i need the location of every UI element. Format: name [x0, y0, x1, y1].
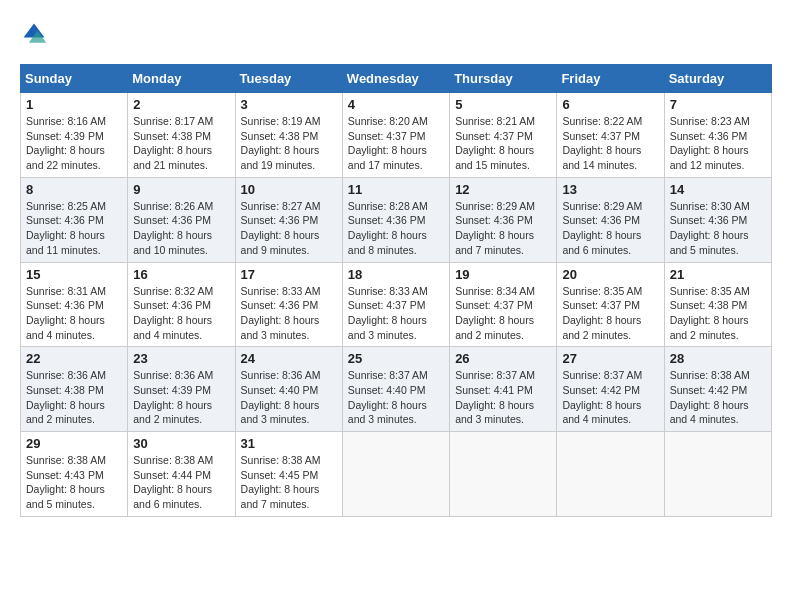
- logo: [20, 20, 52, 48]
- day-number: 31: [241, 436, 337, 451]
- day-detail: Sunrise: 8:37 AMSunset: 4:42 PMDaylight:…: [562, 369, 642, 425]
- day-detail: Sunrise: 8:33 AMSunset: 4:36 PMDaylight:…: [241, 285, 321, 341]
- day-number: 12: [455, 182, 551, 197]
- table-row: 27 Sunrise: 8:37 AMSunset: 4:42 PMDaylig…: [557, 347, 664, 432]
- calendar-week-row: 15 Sunrise: 8:31 AMSunset: 4:36 PMDaylig…: [21, 262, 772, 347]
- col-saturday: Saturday: [664, 65, 771, 93]
- day-detail: Sunrise: 8:16 AMSunset: 4:39 PMDaylight:…: [26, 115, 106, 171]
- table-row: 12 Sunrise: 8:29 AMSunset: 4:36 PMDaylig…: [450, 177, 557, 262]
- day-number: 28: [670, 351, 766, 366]
- table-row: 15 Sunrise: 8:31 AMSunset: 4:36 PMDaylig…: [21, 262, 128, 347]
- table-row: 19 Sunrise: 8:34 AMSunset: 4:37 PMDaylig…: [450, 262, 557, 347]
- day-number: 16: [133, 267, 229, 282]
- table-row: 18 Sunrise: 8:33 AMSunset: 4:37 PMDaylig…: [342, 262, 449, 347]
- table-row: [450, 432, 557, 517]
- day-number: 18: [348, 267, 444, 282]
- day-number: 24: [241, 351, 337, 366]
- table-row: 22 Sunrise: 8:36 AMSunset: 4:38 PMDaylig…: [21, 347, 128, 432]
- day-number: 22: [26, 351, 122, 366]
- day-number: 26: [455, 351, 551, 366]
- day-detail: Sunrise: 8:32 AMSunset: 4:36 PMDaylight:…: [133, 285, 213, 341]
- day-number: 30: [133, 436, 229, 451]
- day-detail: Sunrise: 8:29 AMSunset: 4:36 PMDaylight:…: [455, 200, 535, 256]
- table-row: 3 Sunrise: 8:19 AMSunset: 4:38 PMDayligh…: [235, 93, 342, 178]
- col-monday: Monday: [128, 65, 235, 93]
- day-number: 4: [348, 97, 444, 112]
- table-row: 1 Sunrise: 8:16 AMSunset: 4:39 PMDayligh…: [21, 93, 128, 178]
- day-detail: Sunrise: 8:38 AMSunset: 4:42 PMDaylight:…: [670, 369, 750, 425]
- day-detail: Sunrise: 8:28 AMSunset: 4:36 PMDaylight:…: [348, 200, 428, 256]
- day-number: 13: [562, 182, 658, 197]
- day-number: 29: [26, 436, 122, 451]
- table-row: 7 Sunrise: 8:23 AMSunset: 4:36 PMDayligh…: [664, 93, 771, 178]
- day-number: 17: [241, 267, 337, 282]
- day-detail: Sunrise: 8:38 AMSunset: 4:44 PMDaylight:…: [133, 454, 213, 510]
- day-detail: Sunrise: 8:35 AMSunset: 4:38 PMDaylight:…: [670, 285, 750, 341]
- table-row: 8 Sunrise: 8:25 AMSunset: 4:36 PMDayligh…: [21, 177, 128, 262]
- day-detail: Sunrise: 8:35 AMSunset: 4:37 PMDaylight:…: [562, 285, 642, 341]
- table-row: 23 Sunrise: 8:36 AMSunset: 4:39 PMDaylig…: [128, 347, 235, 432]
- day-detail: Sunrise: 8:36 AMSunset: 4:39 PMDaylight:…: [133, 369, 213, 425]
- col-wednesday: Wednesday: [342, 65, 449, 93]
- day-number: 21: [670, 267, 766, 282]
- table-row: 13 Sunrise: 8:29 AMSunset: 4:36 PMDaylig…: [557, 177, 664, 262]
- day-number: 2: [133, 97, 229, 112]
- table-row: 25 Sunrise: 8:37 AMSunset: 4:40 PMDaylig…: [342, 347, 449, 432]
- day-detail: Sunrise: 8:25 AMSunset: 4:36 PMDaylight:…: [26, 200, 106, 256]
- day-detail: Sunrise: 8:37 AMSunset: 4:40 PMDaylight:…: [348, 369, 428, 425]
- table-row: 28 Sunrise: 8:38 AMSunset: 4:42 PMDaylig…: [664, 347, 771, 432]
- table-row: 11 Sunrise: 8:28 AMSunset: 4:36 PMDaylig…: [342, 177, 449, 262]
- day-detail: Sunrise: 8:22 AMSunset: 4:37 PMDaylight:…: [562, 115, 642, 171]
- day-number: 15: [26, 267, 122, 282]
- day-number: 5: [455, 97, 551, 112]
- table-row: 24 Sunrise: 8:36 AMSunset: 4:40 PMDaylig…: [235, 347, 342, 432]
- logo-icon: [20, 20, 48, 48]
- table-row: 20 Sunrise: 8:35 AMSunset: 4:37 PMDaylig…: [557, 262, 664, 347]
- day-number: 20: [562, 267, 658, 282]
- day-detail: Sunrise: 8:17 AMSunset: 4:38 PMDaylight:…: [133, 115, 213, 171]
- table-row: 14 Sunrise: 8:30 AMSunset: 4:36 PMDaylig…: [664, 177, 771, 262]
- page-header: [20, 20, 772, 48]
- day-detail: Sunrise: 8:36 AMSunset: 4:40 PMDaylight:…: [241, 369, 321, 425]
- table-row: 17 Sunrise: 8:33 AMSunset: 4:36 PMDaylig…: [235, 262, 342, 347]
- table-row: 30 Sunrise: 8:38 AMSunset: 4:44 PMDaylig…: [128, 432, 235, 517]
- day-number: 14: [670, 182, 766, 197]
- day-number: 23: [133, 351, 229, 366]
- calendar-week-row: 1 Sunrise: 8:16 AMSunset: 4:39 PMDayligh…: [21, 93, 772, 178]
- col-friday: Friday: [557, 65, 664, 93]
- day-detail: Sunrise: 8:21 AMSunset: 4:37 PMDaylight:…: [455, 115, 535, 171]
- day-number: 25: [348, 351, 444, 366]
- table-row: 6 Sunrise: 8:22 AMSunset: 4:37 PMDayligh…: [557, 93, 664, 178]
- day-detail: Sunrise: 8:33 AMSunset: 4:37 PMDaylight:…: [348, 285, 428, 341]
- table-row: 2 Sunrise: 8:17 AMSunset: 4:38 PMDayligh…: [128, 93, 235, 178]
- day-detail: Sunrise: 8:38 AMSunset: 4:43 PMDaylight:…: [26, 454, 106, 510]
- table-row: [342, 432, 449, 517]
- col-sunday: Sunday: [21, 65, 128, 93]
- day-number: 9: [133, 182, 229, 197]
- calendar-header-row: Sunday Monday Tuesday Wednesday Thursday…: [21, 65, 772, 93]
- table-row: 26 Sunrise: 8:37 AMSunset: 4:41 PMDaylig…: [450, 347, 557, 432]
- day-number: 3: [241, 97, 337, 112]
- col-thursday: Thursday: [450, 65, 557, 93]
- day-detail: Sunrise: 8:20 AMSunset: 4:37 PMDaylight:…: [348, 115, 428, 171]
- table-row: 16 Sunrise: 8:32 AMSunset: 4:36 PMDaylig…: [128, 262, 235, 347]
- table-row: 9 Sunrise: 8:26 AMSunset: 4:36 PMDayligh…: [128, 177, 235, 262]
- table-row: 21 Sunrise: 8:35 AMSunset: 4:38 PMDaylig…: [664, 262, 771, 347]
- day-detail: Sunrise: 8:36 AMSunset: 4:38 PMDaylight:…: [26, 369, 106, 425]
- day-detail: Sunrise: 8:34 AMSunset: 4:37 PMDaylight:…: [455, 285, 535, 341]
- day-detail: Sunrise: 8:38 AMSunset: 4:45 PMDaylight:…: [241, 454, 321, 510]
- day-number: 19: [455, 267, 551, 282]
- table-row: 31 Sunrise: 8:38 AMSunset: 4:45 PMDaylig…: [235, 432, 342, 517]
- day-detail: Sunrise: 8:37 AMSunset: 4:41 PMDaylight:…: [455, 369, 535, 425]
- calendar-week-row: 8 Sunrise: 8:25 AMSunset: 4:36 PMDayligh…: [21, 177, 772, 262]
- day-detail: Sunrise: 8:29 AMSunset: 4:36 PMDaylight:…: [562, 200, 642, 256]
- calendar-table: Sunday Monday Tuesday Wednesday Thursday…: [20, 64, 772, 517]
- day-number: 7: [670, 97, 766, 112]
- table-row: 5 Sunrise: 8:21 AMSunset: 4:37 PMDayligh…: [450, 93, 557, 178]
- day-number: 10: [241, 182, 337, 197]
- table-row: 4 Sunrise: 8:20 AMSunset: 4:37 PMDayligh…: [342, 93, 449, 178]
- table-row: [664, 432, 771, 517]
- day-detail: Sunrise: 8:23 AMSunset: 4:36 PMDaylight:…: [670, 115, 750, 171]
- day-number: 8: [26, 182, 122, 197]
- day-detail: Sunrise: 8:27 AMSunset: 4:36 PMDaylight:…: [241, 200, 321, 256]
